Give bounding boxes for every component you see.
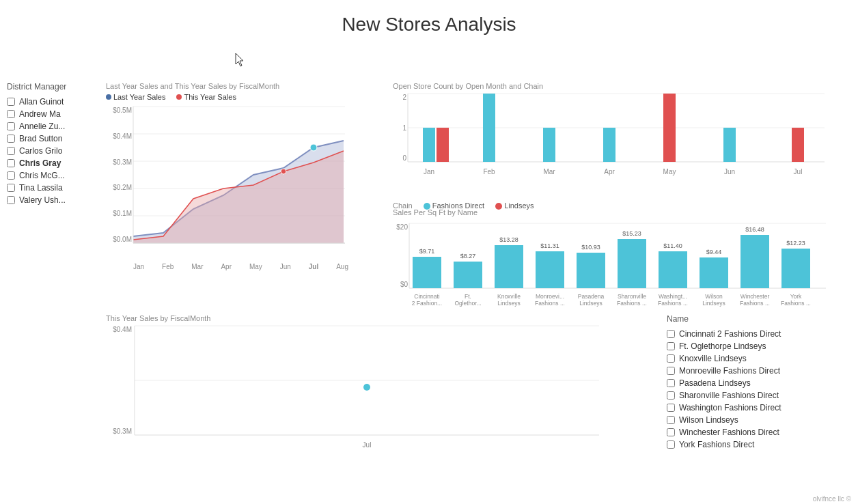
svg-text:Jan: Jan bbox=[424, 168, 434, 176]
svg-text:Washingt...: Washingt... bbox=[659, 293, 687, 300]
svg-text:Cincinnati: Cincinnati bbox=[414, 293, 439, 300]
sidebar-item-4[interactable]: Carlos Grilo bbox=[7, 146, 109, 156]
name-legend-checkbox-4[interactable] bbox=[667, 379, 675, 387]
svg-text:Ft.: Ft. bbox=[465, 293, 471, 300]
name-legend-item-9[interactable]: York Fashions Direct bbox=[667, 440, 844, 449]
name-legend-label-1: Ft. Oglethorpe Lindseys bbox=[679, 341, 766, 351]
sidebar-item-0[interactable]: Allan Guinot bbox=[7, 97, 109, 107]
svg-rect-42 bbox=[495, 245, 523, 288]
name-legend-item-7[interactable]: Wilson Lindseys bbox=[667, 415, 844, 425]
chart-topleft-xlabels: Jan Feb Mar Apr May Jun Jul Aug bbox=[133, 263, 348, 270]
sidebar-label-1: Andrew Ma bbox=[19, 109, 61, 119]
chart-openstore-title: Open Store Count by Open Month and Chain bbox=[393, 82, 844, 90]
sidebar-checkbox-0[interactable] bbox=[7, 98, 15, 106]
page: New Stores Analysis District Manager All… bbox=[0, 0, 858, 504]
chart-openstore-area: 2 1 0 bbox=[393, 94, 844, 182]
svg-text:Lindseys: Lindseys bbox=[579, 300, 603, 307]
svg-text:York: York bbox=[790, 293, 802, 300]
name-legend-checkbox-0[interactable] bbox=[667, 330, 675, 338]
chart-bottom-area: $0.4M $0.3M Jul bbox=[106, 326, 625, 462]
name-legend-item-8[interactable]: Winchester Fashions Direct bbox=[667, 428, 844, 437]
name-legend-item-4[interactable]: Pasadena Lindseys bbox=[667, 378, 844, 388]
svg-rect-54 bbox=[618, 239, 646, 288]
name-legend-checkbox-7[interactable] bbox=[667, 416, 675, 424]
name-legend-item-0[interactable]: Cincinnati 2 Fashions Direct bbox=[667, 329, 844, 339]
svg-text:Feb: Feb bbox=[483, 168, 495, 176]
svg-text:Jul: Jul bbox=[794, 168, 803, 176]
footer-text: olvifnce llc © bbox=[813, 495, 851, 503]
name-legend-item-5[interactable]: Sharonville Fashions Direct bbox=[667, 391, 844, 400]
sidebar-label-2: Annelie Zu... bbox=[19, 122, 65, 131]
name-legend-label-0: Cincinnati 2 Fashions Direct bbox=[679, 329, 781, 339]
sidebar-checkbox-4[interactable] bbox=[7, 147, 15, 155]
name-legend-label-3: Monroeville Fashions Direct bbox=[679, 366, 780, 376]
chart-topleft: Last Year Sales and This Year Sales by F… bbox=[106, 82, 379, 294]
y-label: $0.1M bbox=[106, 210, 132, 217]
svg-point-78 bbox=[363, 384, 370, 391]
svg-text:$9.71: $9.71 bbox=[419, 248, 435, 255]
svg-point-8 bbox=[310, 144, 317, 151]
sidebar-checkbox-7[interactable] bbox=[7, 184, 15, 192]
chart-salesperft-title: Sales Per Sq Ft by Name bbox=[393, 208, 844, 216]
svg-point-9 bbox=[281, 169, 286, 174]
y-label: $0.0M bbox=[106, 236, 132, 243]
sidebar-checkbox-3[interactable] bbox=[7, 135, 15, 143]
legend-lastyear: Last Year Sales bbox=[106, 93, 165, 101]
name-legend-checkbox-3[interactable] bbox=[667, 367, 675, 375]
y-label: $0.4M bbox=[106, 132, 132, 140]
svg-text:$13.28: $13.28 bbox=[499, 236, 518, 243]
sidebar-item-1[interactable]: Andrew Ma bbox=[7, 109, 109, 119]
name-legend-item-3[interactable]: Monroeville Fashions Direct bbox=[667, 366, 844, 376]
name-legend-checkbox-5[interactable] bbox=[667, 391, 675, 400]
chart-topleft-legend: Last Year Sales This Year Sales bbox=[106, 93, 379, 101]
sidebar-label-8: Valery Ush... bbox=[19, 195, 66, 205]
svg-text:$11.40: $11.40 bbox=[663, 242, 682, 249]
name-legend-checkbox-6[interactable] bbox=[667, 404, 675, 412]
sidebar-checkbox-6[interactable] bbox=[7, 171, 15, 180]
chart-bottom: This Year Sales by FiscalMonth $0.4M $0.… bbox=[106, 314, 625, 478]
sidebar-item-5[interactable]: Chris Gray bbox=[7, 158, 109, 168]
bottom-svg: Jul bbox=[135, 326, 620, 456]
name-legend-label-8: Winchester Fashions Direct bbox=[679, 428, 779, 437]
name-legend-label-6: Washington Fashions Direct bbox=[679, 403, 781, 412]
sidebar: District Manager Allan GuinotAndrew MaAn… bbox=[7, 82, 109, 208]
name-legend-items: Cincinnati 2 Fashions DirectFt. Oglethor… bbox=[667, 329, 844, 449]
svg-text:Lindseys: Lindseys bbox=[497, 300, 521, 307]
name-legend-checkbox-1[interactable] bbox=[667, 342, 675, 350]
name-legend-item-6[interactable]: Washington Fashions Direct bbox=[667, 403, 844, 412]
sidebar-item-2[interactable]: Annelie Zu... bbox=[7, 122, 109, 131]
y-label: $0.5M bbox=[106, 107, 132, 114]
sidebar-checkbox-1[interactable] bbox=[7, 110, 15, 118]
sidebar-checkbox-5[interactable] bbox=[7, 159, 15, 167]
svg-text:$11.31: $11.31 bbox=[540, 242, 559, 249]
chart-topleft-svg bbox=[133, 107, 379, 264]
svg-rect-50 bbox=[577, 253, 605, 288]
page-title: New Stores Analysis bbox=[0, 0, 858, 36]
svg-text:$12.23: $12.23 bbox=[786, 240, 805, 247]
sidebar-label-5: Chris Gray bbox=[19, 158, 61, 168]
svg-text:Mar: Mar bbox=[543, 168, 555, 176]
cursor-icon bbox=[236, 53, 247, 67]
sidebar-title: District Manager bbox=[7, 82, 109, 92]
name-legend-checkbox-2[interactable] bbox=[667, 354, 675, 363]
chart-bottom-title: This Year Sales by FiscalMonth bbox=[106, 314, 625, 322]
sidebar-checkbox-8[interactable] bbox=[7, 196, 15, 204]
svg-rect-46 bbox=[536, 251, 564, 288]
sidebar-item-3[interactable]: Brad Sutton bbox=[7, 134, 109, 143]
sidebar-item-8[interactable]: Valery Ush... bbox=[7, 195, 109, 205]
sidebar-item-6[interactable]: Chris McG... bbox=[7, 171, 109, 180]
name-legend-item-2[interactable]: Knoxville Lindseys bbox=[667, 354, 844, 363]
sidebar-checkbox-2[interactable] bbox=[7, 122, 15, 130]
name-legend-checkbox-8[interactable] bbox=[667, 428, 675, 436]
svg-rect-58 bbox=[659, 251, 687, 288]
svg-rect-66 bbox=[741, 235, 769, 288]
svg-rect-70 bbox=[781, 249, 810, 288]
sidebar-item-7[interactable]: Tina Lassila bbox=[7, 183, 109, 193]
name-legend-item-1[interactable]: Ft. Oglethorpe Lindseys bbox=[667, 341, 844, 351]
chart-topleft-ylabels: $0.5M $0.4M $0.3M $0.2M $0.1M $0.0M bbox=[106, 107, 132, 243]
footer: olvifnce llc © bbox=[813, 495, 851, 503]
bottom-ylabels: $0.4M $0.3M bbox=[106, 326, 132, 435]
name-legend: Name Cincinnati 2 Fashions DirectFt. Ogl… bbox=[667, 314, 844, 452]
openstore-ylabels: 2 1 0 bbox=[393, 94, 406, 162]
name-legend-checkbox-9[interactable] bbox=[667, 440, 675, 449]
